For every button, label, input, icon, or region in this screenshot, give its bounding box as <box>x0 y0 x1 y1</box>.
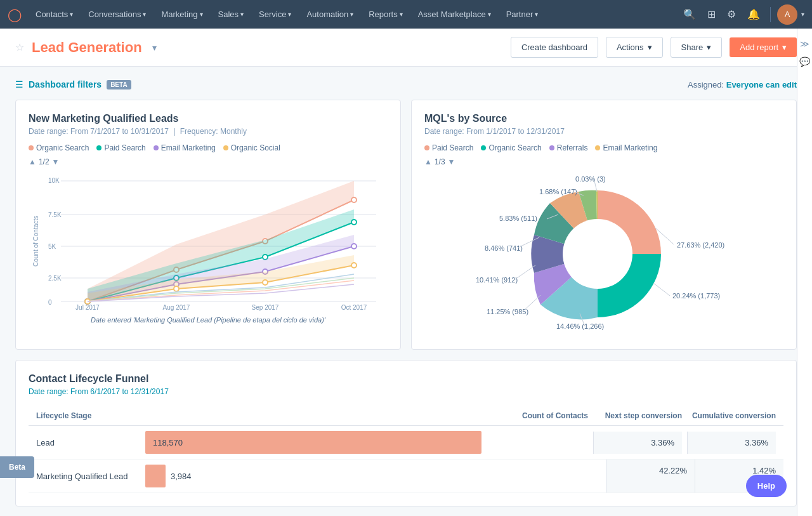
nav-automation[interactable]: Automation ▾ <box>300 0 360 29</box>
funnel-header-next: Next step conversion <box>593 411 682 420</box>
source-prev-arrow[interactable]: ▲ <box>424 157 432 166</box>
main-content: ☰ Dashboard filters BETA Assigned: Every… <box>0 67 812 516</box>
add-report-dropdown-icon: ▾ <box>782 43 787 52</box>
funnel-label-mql: Marketing Qualified Lead <box>36 472 138 481</box>
notifications-icon[interactable]: 🔔 <box>743 4 764 24</box>
svg-point-35 <box>563 219 632 289</box>
mql-x-axis-label: Date entered 'Marketing Qualified Lead (… <box>29 316 388 324</box>
collapse-right-icon[interactable]: ≫ <box>800 39 809 49</box>
mql-prev-arrow[interactable]: ▲ <box>29 157 36 166</box>
nav-automation-arrow: ▾ <box>350 11 353 18</box>
mql-line-chart: 10K 7.5K 5K 2.5K 0 Count of Contacts Jul… <box>29 171 388 311</box>
svg-text:5.83% (511): 5.83% (511) <box>499 215 537 222</box>
grid-icon[interactable]: ⊞ <box>704 4 719 24</box>
funnel-title: Contact Lifecycle Funnel <box>29 373 783 385</box>
funnel-cumulative-lead: 3.36% <box>687 432 776 454</box>
filter-icon: ☰ <box>15 79 23 89</box>
funnel-table-header: Lifecycle Stage Count of Contacts Next s… <box>29 406 783 426</box>
svg-text:5K: 5K <box>48 243 56 250</box>
legend-organic-search: Organic Search <box>29 143 89 152</box>
assigned-link[interactable]: Everyone can edit <box>726 80 797 89</box>
funnel-date: Date range: From 6/1/2017 to 12/31/2017 <box>29 387 783 396</box>
legend-dot-organic-search <box>29 145 34 150</box>
svg-text:10.41% (912): 10.41% (912) <box>476 276 518 284</box>
svg-text:11.25% (985): 11.25% (985) <box>487 308 528 315</box>
mql-page-nav: ▲ 1/2 ▼ <box>29 157 388 166</box>
svg-point-34 <box>351 263 357 268</box>
mql-source-legend: Paid Search Organic Search Referrals Ema… <box>424 143 783 152</box>
svg-text:8.46% (741): 8.46% (741) <box>485 244 523 252</box>
legend-dot-paid-search <box>96 145 102 150</box>
dashboard-filters-label[interactable]: Dashboard filters <box>29 79 102 89</box>
funnel-header-stage: Lifecycle Stage <box>36 411 481 420</box>
funnel-header-cumulative: Cumulative conversion <box>687 411 776 420</box>
svg-text:0: 0 <box>48 299 52 306</box>
avatar-dropdown[interactable]: ▾ <box>801 11 804 18</box>
nav-partner[interactable]: Partner ▾ <box>500 0 545 29</box>
legend-paid-search: Paid Search <box>96 143 145 152</box>
source-next-arrow[interactable]: ▼ <box>448 157 455 166</box>
settings-icon[interactable]: ⚙ <box>723 4 740 24</box>
mql-card: New Marketing Qualified Leads Date range… <box>15 100 401 350</box>
search-icon[interactable]: 🔍 <box>679 4 700 24</box>
funnel-next-lead: 3.36% <box>593 432 682 454</box>
nav-contacts[interactable]: Contacts ▾ <box>29 0 79 29</box>
top-navigation: ◯ Contacts ▾ Conversations ▾ Marketing ▾… <box>0 0 812 29</box>
svg-line-46 <box>653 283 670 296</box>
funnel-header-count: Count of Contacts <box>487 411 588 420</box>
nav-asset-marketplace[interactable]: Asset Marketplace ▾ <box>412 0 497 29</box>
source-legend-email-marketing: Email Marketing <box>595 143 657 152</box>
svg-text:Oct 2017: Oct 2017 <box>341 304 367 311</box>
funnel-row-mql: Marketing Qualified Lead 3,984 42.22% 1.… <box>29 460 783 493</box>
svg-text:1.68% (147): 1.68% (147) <box>539 188 577 195</box>
svg-text:7.5K: 7.5K <box>48 211 62 218</box>
svg-line-49 <box>515 265 535 279</box>
share-button[interactable]: Share ▾ <box>671 37 723 58</box>
favorite-icon[interactable]: ☆ <box>15 41 24 53</box>
mql-source-pie-chart: 27.63% (2,420) 20.24% (1,773) 14.46% (1,… <box>424 171 783 336</box>
chat-icon[interactable]: 💬 <box>799 56 810 67</box>
mql-legend: Organic Search Paid Search Email Marketi… <box>29 143 388 152</box>
nav-asset-marketplace-arrow: ▾ <box>488 11 491 18</box>
source-legend-paid-search: Paid Search <box>424 143 473 152</box>
nav-service[interactable]: Service ▾ <box>252 0 298 29</box>
add-report-button[interactable]: Add report ▾ <box>730 37 797 57</box>
svg-text:14.46% (1,266): 14.46% (1,266) <box>556 322 604 330</box>
nav-reports[interactable]: Reports ▾ <box>362 0 409 29</box>
beta-badge: BETA <box>107 80 131 89</box>
nav-icons: 🔍 ⊞ ⚙ 🔔 A ▾ <box>679 4 804 25</box>
svg-text:Aug 2017: Aug 2017 <box>163 304 190 311</box>
svg-text:10K: 10K <box>48 177 60 184</box>
mql-card-date: Date range: From 7/1/2017 to 10/31/2017 … <box>29 127 388 136</box>
legend-organic-social: Organic Social <box>223 143 280 152</box>
help-button[interactable]: Help <box>746 475 787 497</box>
create-dashboard-button[interactable]: Create dashboard <box>511 37 598 58</box>
svg-text:0.03% (3): 0.03% (3) <box>575 175 606 183</box>
beta-button[interactable]: Beta <box>0 456 34 478</box>
svg-text:27.63% (2,420): 27.63% (2,420) <box>677 241 724 249</box>
hubspot-logo[interactable]: ◯ <box>8 7 22 22</box>
assigned-prefix: Assigned: <box>688 80 724 89</box>
source-legend-organic-search: Organic Search <box>481 143 541 152</box>
source-page-nav: ▲ 1/3 ▼ <box>424 157 783 166</box>
title-dropdown-icon[interactable]: ▾ <box>152 43 157 53</box>
nav-sales[interactable]: Sales ▾ <box>212 0 251 29</box>
svg-line-48 <box>525 295 540 310</box>
share-dropdown-icon: ▾ <box>707 43 711 52</box>
nav-marketing[interactable]: Marketing ▾ <box>155 0 209 29</box>
avatar[interactable]: A <box>777 4 797 25</box>
pie-chart-svg: 27.63% (2,420) 20.24% (1,773) 14.46% (1,… <box>452 171 756 336</box>
svg-text:20.24% (1,773): 20.24% (1,773) <box>672 292 720 300</box>
actions-button[interactable]: Actions ▾ <box>606 37 663 58</box>
legend-dot-organic-social <box>223 145 228 150</box>
mql-next-arrow[interactable]: ▼ <box>52 157 60 166</box>
svg-text:Count of Contacts: Count of Contacts <box>32 216 39 267</box>
nav-reports-arrow: ▾ <box>400 11 403 18</box>
mql-source-title: MQL's by Source <box>424 113 783 124</box>
funnel-card: Contact Lifecycle Funnel Date range: Fro… <box>15 360 797 506</box>
nav-sales-arrow: ▾ <box>240 11 244 18</box>
mql-card-title: New Marketing Qualified Leads <box>29 113 388 124</box>
nav-partner-arrow: ▾ <box>535 11 538 18</box>
nav-conversations[interactable]: Conversations ▾ <box>82 0 152 29</box>
source-legend-referrals: Referrals <box>549 143 588 152</box>
